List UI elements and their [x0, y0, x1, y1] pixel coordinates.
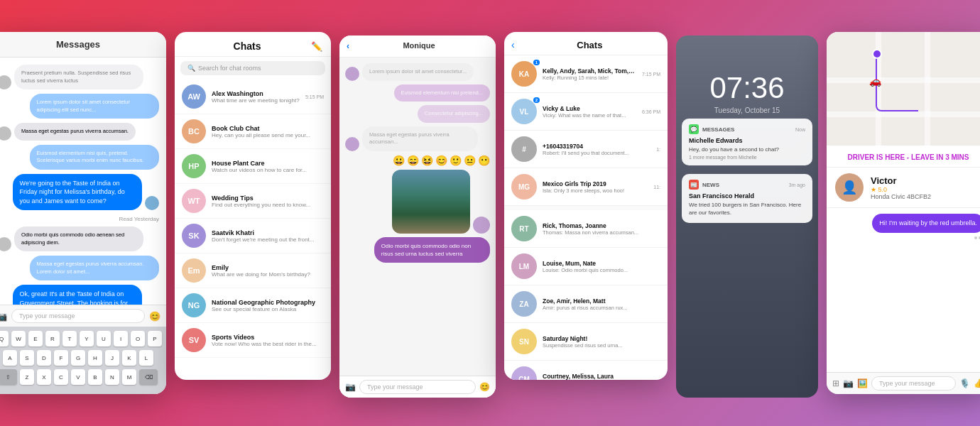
message-input[interactable]: Type your message: [871, 376, 956, 390]
avatar: AW: [182, 84, 206, 109]
contact-preview: Robert: I'll send you that document...: [543, 150, 650, 156]
key-j[interactable]: J: [105, 350, 119, 366]
chat-item-saatvik[interactable]: SK Saatvik Khatri Don't forget we're mee…: [175, 219, 331, 253]
key-h[interactable]: H: [88, 350, 102, 366]
key-x[interactable]: X: [37, 369, 51, 385]
key-v[interactable]: V: [71, 369, 85, 385]
contact-item-saturday[interactable]: SN Saturday Night! Suspendisse sed risus…: [504, 323, 668, 361]
compose-icon[interactable]: ✏️: [311, 41, 322, 52]
key-e[interactable]: E: [28, 331, 43, 346]
key-o[interactable]: O: [131, 331, 145, 346]
contact-name: Vicky & Luke: [543, 105, 636, 112]
mic-icon[interactable]: 🎙️: [959, 378, 970, 388]
camera-icon[interactable]: 📷: [843, 378, 854, 388]
thumbs-up-icon[interactable]: 👍: [974, 378, 980, 388]
chat-name: National Geographic Photography: [212, 299, 324, 306]
avatar: SK: [182, 224, 206, 248]
key-n[interactable]: N: [105, 369, 119, 385]
key-shift[interactable]: ⇧: [0, 369, 17, 385]
card-chatlist: Chats ✏️ 🔍 Search for chat rooms AW Alex…: [175, 32, 331, 380]
chat-item-alex[interactable]: AW Alex Washington What time are we meet…: [175, 80, 331, 114]
key-r[interactable]: R: [45, 331, 60, 346]
message-row: Massa eget egestas purus viverra accumsa…: [0, 123, 159, 141]
contact-item-mexico[interactable]: MG Mexico Girls Trip 2019 Isla: Only 3 m…: [504, 168, 668, 206]
key-c[interactable]: C: [54, 369, 68, 385]
contact-item-courtney[interactable]: CM Courtney, Melissa, Laura Nisi porta l…: [504, 361, 668, 380]
key-d[interactable]: D: [37, 350, 51, 366]
key-f[interactable]: F: [54, 350, 68, 366]
driver-rating: ★ 5.0: [871, 186, 980, 193]
chat-name: Book Club Chat: [212, 125, 324, 132]
chat-item-natgeo[interactable]: NG National Geographic Photography See o…: [175, 288, 331, 323]
back-button[interactable]: ‹: [511, 39, 515, 50]
message-bubble: Massa eget egestas purus viverra accumsa…: [30, 256, 159, 280]
emoji-icon[interactable]: 😊: [479, 382, 490, 392]
contact-item-kelly[interactable]: KA 1 Kelly, Andy, Sarah, Mick, Tom, Joe …: [504, 55, 668, 93]
contact-preview: Louise: Odio morbi quis commodo...: [543, 267, 660, 273]
key-z[interactable]: Z: [20, 369, 34, 385]
key-q[interactable]: Q: [0, 331, 9, 346]
key-k[interactable]: K: [122, 350, 136, 366]
chat-item-wedding[interactable]: WT Wedding Tips Find out everything you …: [175, 184, 331, 219]
key-s[interactable]: S: [20, 350, 34, 366]
contact-time: 6:36 PM: [642, 109, 660, 114]
notification-news[interactable]: 📰 NEWS 3m ago San Francisco Herald We tr…: [682, 174, 812, 222]
chat-preview: Find out everything you need to know...: [212, 202, 324, 208]
notification-messages[interactable]: 💬 MESSAGES Now Michelle Edwards Hey, do …: [682, 119, 812, 165]
lockscreen-date: Tuesday, October 15: [676, 106, 818, 114]
chat-item-emily[interactable]: Em Emily What are we doing for Mom's bir…: [175, 253, 331, 288]
contact-info: Louise, Mum, Nate Louise: Odio morbi qui…: [543, 260, 660, 273]
messenger-back[interactable]: ‹: [347, 41, 349, 51]
chat-item-sports[interactable]: SV Sports Videos Vote now! Who was the b…: [175, 323, 331, 358]
contact-item-vicky[interactable]: VL 2 Vicky & Luke Vicky: What was the na…: [504, 93, 668, 131]
chat-info: National Geographic Photography See our …: [212, 299, 324, 312]
imessage-header: Messages: [0, 32, 166, 58]
message-bubble: Massa eget egestas purus viverra accumsa…: [14, 123, 136, 141]
contact-item-louise[interactable]: LM Louise, Mum, Nate Louise: Odio morbi …: [504, 248, 668, 285]
camera-icon[interactable]: 📷: [345, 382, 356, 392]
key-i[interactable]: I: [114, 331, 128, 346]
dot: [974, 236, 977, 239]
search-bar[interactable]: 🔍 Search for chat rooms: [180, 61, 325, 75]
key-u[interactable]: U: [97, 331, 111, 346]
uber-messages: Hi! I'm waiting by the red umbrella.: [827, 208, 980, 372]
imessage-title: Messages: [56, 39, 100, 50]
key-y[interactable]: Y: [80, 331, 94, 346]
key-p[interactable]: P: [148, 331, 162, 346]
emoji-icon[interactable]: 😊: [149, 311, 160, 322]
key-backspace[interactable]: ⌫: [139, 369, 158, 385]
chat-item-bookclub[interactable]: BC Book Club Chat Hey, can you all pleas…: [175, 114, 331, 149]
contact-name: Mexico Girls Trip 2019: [543, 180, 648, 187]
camera-icon[interactable]: 📷: [0, 311, 7, 322]
unread-badge: 1: [533, 60, 540, 65]
key-g[interactable]: G: [71, 350, 85, 366]
message-bubble: Consectetur adipiscing...: [418, 105, 490, 123]
chat-name: Sports Videos: [212, 334, 324, 341]
key-a[interactable]: A: [3, 350, 17, 366]
input-placeholder: Type your message: [19, 312, 75, 320]
avatar: [145, 196, 159, 210]
key-w[interactable]: W: [11, 331, 26, 346]
contact-name: +16043319704: [543, 143, 650, 150]
contact-item-phone[interactable]: # +16043319704 Robert: I'll send you tha…: [504, 131, 668, 168]
contact-item-rick[interactable]: RT Rick, Thomas, Joanne Thomas: Massa no…: [504, 210, 668, 248]
key-b[interactable]: B: [88, 369, 102, 385]
message-bubble: Lorem ipsum dolor sit amet consectetur..…: [362, 63, 474, 81]
message-row: Ok, great! It's at the Taste of India on…: [0, 285, 159, 305]
contact-info: Vicky & Luke Vicky: What was the name of…: [543, 105, 636, 119]
avatar: [0, 126, 11, 141]
chat-preview: Hey, can you all please send me your...: [212, 132, 324, 138]
driver-info: 👤 Victor ★ 5.0 Honda Civic 4BCFB2: [827, 168, 980, 208]
key-l[interactable]: L: [139, 350, 153, 366]
key-m[interactable]: M: [122, 369, 136, 385]
image-icon[interactable]: 🖼️: [857, 378, 868, 388]
avatar: HP: [182, 154, 206, 178]
message-input[interactable]: Type your message: [11, 309, 145, 323]
contact-item-zoe[interactable]: ZA Zoe, Amir, Helen, Matt Amir: purus at…: [504, 285, 668, 323]
notification-body: Hey, do you have a second to chat?: [689, 146, 805, 153]
key-t[interactable]: T: [62, 331, 77, 346]
chat-item-houseplant[interactable]: HP House Plant Care Watch our videos on …: [175, 149, 331, 184]
avatar: RT: [511, 216, 537, 241]
message-input[interactable]: Type your message: [359, 380, 476, 394]
grid-icon[interactable]: ⊞: [832, 378, 839, 388]
